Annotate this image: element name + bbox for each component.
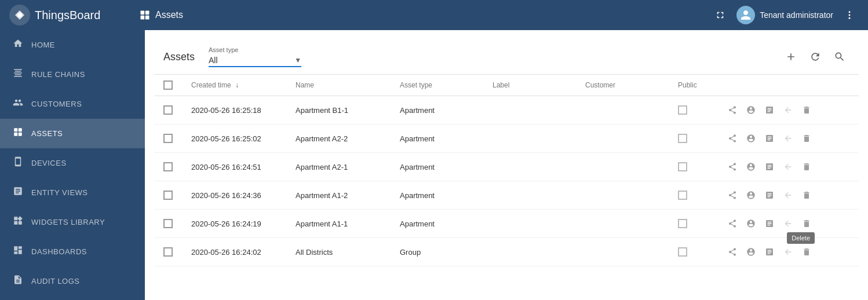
search-button[interactable] xyxy=(830,47,849,67)
unassign-button[interactable] xyxy=(780,130,796,147)
header-name: Name xyxy=(286,75,391,96)
unassign-button[interactable] xyxy=(780,244,796,260)
delete-icon xyxy=(802,247,811,257)
manage-credentials-button[interactable] xyxy=(743,102,759,118)
row-checkbox[interactable] xyxy=(163,247,173,257)
row-actions xyxy=(724,187,849,203)
row-customer xyxy=(576,125,669,153)
page-title: Assets xyxy=(155,10,183,20)
row-public xyxy=(669,125,715,153)
svg-rect-10 xyxy=(19,128,22,131)
table-header: Created time ↓ Name Asset type Label xyxy=(154,75,859,96)
delete-button[interactable] xyxy=(798,215,815,232)
sidebar-label-home: HOME xyxy=(31,41,55,49)
assign-icon xyxy=(765,191,774,200)
delete-button[interactable] xyxy=(798,159,815,175)
row-checkbox[interactable] xyxy=(163,162,173,171)
manage-credentials-button[interactable] xyxy=(743,159,759,175)
delete-btn-wrapper xyxy=(798,215,815,232)
row-checkbox[interactable] xyxy=(163,191,173,200)
row-checkbox-cell xyxy=(154,96,182,125)
sidebar-item-assets[interactable]: ASSETS xyxy=(0,119,145,148)
manage-credentials-button[interactable] xyxy=(743,244,759,260)
sidebar-item-entity-views[interactable]: ENTITY VIEWS xyxy=(0,178,145,207)
svg-point-8 xyxy=(849,17,851,19)
unassign-icon xyxy=(783,247,793,257)
manage-credentials-button[interactable] xyxy=(743,215,759,232)
table-row: 2020-05-26 16:24:02 All Districts Group xyxy=(154,238,859,266)
sidebar-item-rule-chains[interactable]: RULE CHAINS xyxy=(0,60,145,89)
delete-button[interactable] xyxy=(798,102,815,118)
header-customer: Customer xyxy=(576,75,669,96)
assets-panel: Assets Asset type All ▼ xyxy=(154,39,859,266)
assign-assets-button[interactable] xyxy=(761,215,778,232)
assign-icon xyxy=(765,105,774,115)
sidebar-item-home[interactable]: HOME xyxy=(0,30,145,60)
delete-icon xyxy=(802,162,811,171)
select-all-checkbox[interactable] xyxy=(163,81,173,90)
refresh-button[interactable] xyxy=(805,47,825,67)
more-menu-button[interactable] xyxy=(840,6,859,24)
manage-credentials-button[interactable] xyxy=(743,130,759,147)
row-checkbox[interactable] xyxy=(163,105,173,115)
add-asset-button[interactable] xyxy=(781,47,801,67)
assign-icon xyxy=(765,247,774,257)
header-actions xyxy=(715,75,859,96)
assign-assets-button[interactable] xyxy=(761,159,778,175)
row-label xyxy=(483,153,576,181)
row-public xyxy=(669,238,715,266)
delete-button[interactable] xyxy=(798,244,815,260)
app-name: ThingsBoard xyxy=(35,9,100,22)
dashboards-icon xyxy=(12,245,24,258)
share-button[interactable] xyxy=(724,244,741,260)
filter-select-dropdown[interactable]: All ▼ xyxy=(209,54,301,67)
share-button[interactable] xyxy=(724,159,741,175)
share-icon xyxy=(728,134,737,143)
sidebar-item-widgets-library[interactable]: WIDGETS LIBRARY xyxy=(0,207,145,237)
share-button[interactable] xyxy=(724,130,741,147)
share-button[interactable] xyxy=(724,187,741,203)
fullscreen-icon xyxy=(715,10,725,20)
row-asset-type: Apartment xyxy=(391,153,483,181)
unassign-icon xyxy=(783,191,793,200)
assign-assets-button[interactable] xyxy=(761,244,778,260)
row-label xyxy=(483,210,576,238)
row-public-checkbox xyxy=(678,191,687,200)
entity-views-icon xyxy=(12,186,24,199)
assign-assets-button[interactable] xyxy=(761,130,778,147)
delete-button[interactable] xyxy=(798,187,815,203)
delete-btn-wrapper: Delete xyxy=(798,244,815,260)
topbar-actions: Tenant administrator xyxy=(711,6,859,24)
manage-credentials-button[interactable] xyxy=(743,187,759,203)
delete-btn-wrapper xyxy=(798,130,815,147)
table-row: 2020-05-26 16:24:36 Apartment A1-2 Apart… xyxy=(154,181,859,210)
asset-type-filter[interactable]: Asset type All ▼ xyxy=(209,46,301,67)
sidebar-item-dashboards[interactable]: DASHBOARDS xyxy=(0,237,145,266)
header-created-time[interactable]: Created time ↓ xyxy=(182,75,286,96)
row-created-time: 2020-05-26 16:25:18 xyxy=(182,96,286,125)
unassign-icon xyxy=(783,162,793,171)
sidebar-item-audit-logs[interactable]: AUDIT LOGS xyxy=(0,266,145,296)
app-logo[interactable]: ThingsBoard xyxy=(9,5,125,25)
manage-credentials-icon xyxy=(746,191,756,200)
unassign-button[interactable] xyxy=(780,187,796,203)
sidebar-label-entity-views: ENTITY VIEWS xyxy=(31,188,88,197)
sidebar-item-customers[interactable]: CUSTOMERS xyxy=(0,89,145,119)
share-button[interactable] xyxy=(724,215,741,232)
delete-icon xyxy=(802,134,811,143)
fullscreen-button[interactable] xyxy=(711,6,730,24)
unassign-button[interactable] xyxy=(780,159,796,175)
row-label xyxy=(483,96,576,125)
unassign-button[interactable] xyxy=(780,102,796,118)
row-created-time: 2020-05-26 16:25:02 xyxy=(182,125,286,153)
row-public xyxy=(669,181,715,210)
delete-button[interactable] xyxy=(798,130,815,147)
sidebar-item-devices[interactable]: DEVICES xyxy=(0,148,145,178)
assign-assets-button[interactable] xyxy=(761,102,778,118)
unassign-button[interactable] xyxy=(780,215,796,232)
row-checkbox[interactable] xyxy=(163,219,173,228)
assign-assets-button[interactable] xyxy=(761,187,778,203)
share-button[interactable] xyxy=(724,102,741,118)
delete-btn-wrapper xyxy=(798,102,815,118)
row-checkbox[interactable] xyxy=(163,134,173,143)
